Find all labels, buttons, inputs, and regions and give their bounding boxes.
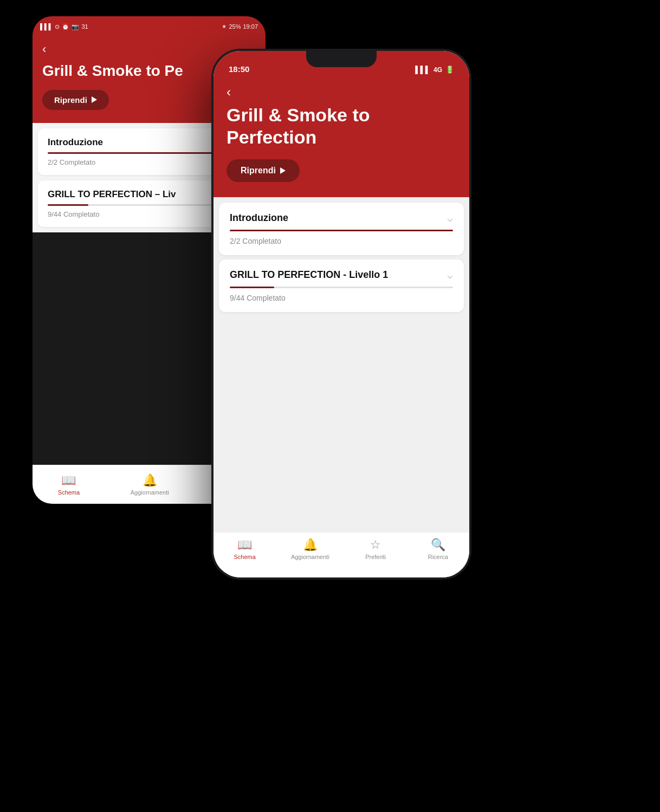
iphone-section-1-progress-bar: [230, 230, 453, 231]
iphone-notch: [306, 51, 377, 67]
bluetooth-icon: ✶: [222, 23, 227, 30]
wifi-icon: ⊙: [55, 23, 60, 30]
iphone-resume-label: Riprendi: [241, 166, 276, 176]
signal-icon: ▌▌▌: [40, 23, 53, 30]
iphone-section-2-progress-fill: [230, 287, 274, 288]
android-nav-schema[interactable]: 📖 Schema: [58, 473, 80, 496]
android-status-left: ▌▌▌ ⊙ ⏰ 📷 31: [40, 23, 88, 30]
iphone-content: Introduzione ⌵ 2/2 Completato GRILL TO P…: [213, 197, 469, 532]
iphone-section-2-chevron: ⌵: [447, 269, 453, 281]
android-time: 19:07: [243, 23, 258, 30]
iphone-section-1-progress-label: 2/2 Completato: [230, 237, 453, 245]
android-section-2-progress-fill: [48, 204, 88, 206]
android-bell-icon: 🔔: [143, 473, 157, 488]
android-schema-icon: 📖: [61, 473, 76, 488]
iphone-nav-aggiornamenti-label: Aggiornamenti: [291, 554, 329, 560]
iphone-status-bar: 18:50 ▌▌▌ 4G 🔋: [213, 51, 469, 78]
iphone-status-right: ▌▌▌ 4G 🔋: [415, 66, 454, 74]
iphone-section-1-chevron: ⌵: [447, 212, 453, 224]
iphone-time: 18:50: [229, 64, 249, 74]
iphone-star-icon: ☆: [370, 538, 381, 552]
iphone-bell-icon: 🔔: [303, 538, 318, 552]
android-resume-button[interactable]: Riprendi: [42, 90, 109, 110]
android-nav-aggiornamenti-label: Aggiornamenti: [131, 489, 169, 496]
scene: ▌▌▌ ⊙ ⏰ 📷 31 ✶ 25% 19:07 ‹ Grill & Smoke…: [0, 0, 660, 812]
camera-icon: 📷: [72, 23, 79, 30]
iphone-section-1-header: Introduzione ⌵: [230, 212, 453, 224]
iphone-search-icon: 🔍: [431, 538, 445, 552]
iphone-nav-preferiti-label: Preferiti: [365, 554, 386, 560]
iphone-section-2[interactable]: GRILL TO PERFECTION - Livello 1 ⌵ 9/44 C…: [219, 259, 464, 312]
iphone-schema-icon: 📖: [237, 538, 252, 552]
iphone-section-2-progress-label: 9/44 Completato: [230, 294, 453, 302]
android-play-icon: [92, 96, 97, 103]
iphone-section-2-header: GRILL TO PERFECTION - Livello 1 ⌵: [230, 269, 453, 281]
iphone-section-2-title: GRILL TO PERFECTION - Livello 1: [230, 269, 388, 281]
calendar-icon: 31: [81, 23, 88, 30]
iphone-bottom-nav: 📖 Schema 🔔 Aggiornamenti ☆ Preferiti 🔍 R…: [213, 532, 469, 577]
iphone-nav-schema[interactable]: 📖 Schema: [229, 538, 261, 560]
android-status-right: ✶ 25% 19:07: [222, 23, 258, 30]
iphone-course-title: Grill & Smoke to Perfection: [227, 104, 456, 148]
iphone-section-1[interactable]: Introduzione ⌵ 2/2 Completato: [219, 203, 464, 255]
iphone-nav-ricerca-label: Ricerca: [428, 554, 448, 560]
android-status-bar: ▌▌▌ ⊙ ⏰ 📷 31 ✶ 25% 19:07: [33, 16, 266, 37]
iphone-inner: 18:50 ▌▌▌ 4G 🔋 ‹ Grill & Smoke to Perfec…: [213, 51, 469, 577]
iphone-play-icon: [280, 167, 286, 174]
iphone-battery-icon: 🔋: [445, 66, 454, 74]
iphone-nav-ricerca[interactable]: 🔍 Ricerca: [422, 538, 454, 560]
iphone-nav-aggiornamenti[interactable]: 🔔 Aggiornamenti: [291, 538, 329, 560]
iphone-section-1-title: Introduzione: [230, 212, 288, 224]
android-resume-label: Riprendi: [54, 95, 87, 105]
iphone-network-icon: 4G: [433, 66, 442, 74]
iphone-section-2-progress-bar: [230, 287, 453, 288]
iphone-resume-button[interactable]: Riprendi: [227, 159, 300, 182]
iphone-signal-icon: ▌▌▌: [415, 66, 430, 74]
android-nav-aggiornamenti[interactable]: 🔔 Aggiornamenti: [131, 473, 169, 496]
iphone-phone: 18:50 ▌▌▌ 4G 🔋 ‹ Grill & Smoke to Perfec…: [211, 49, 471, 580]
android-nav-schema-label: Schema: [58, 489, 80, 496]
iphone-back-button[interactable]: ‹: [227, 85, 456, 100]
android-battery: 25%: [229, 23, 241, 30]
iphone-header: ‹ Grill & Smoke to Perfection Riprendi: [213, 78, 469, 197]
iphone-nav-schema-label: Schema: [234, 554, 255, 560]
iphone-section-1-progress-fill: [230, 230, 453, 231]
alarm-icon: ⏰: [62, 23, 69, 30]
iphone-nav-preferiti[interactable]: ☆ Preferiti: [359, 538, 392, 560]
